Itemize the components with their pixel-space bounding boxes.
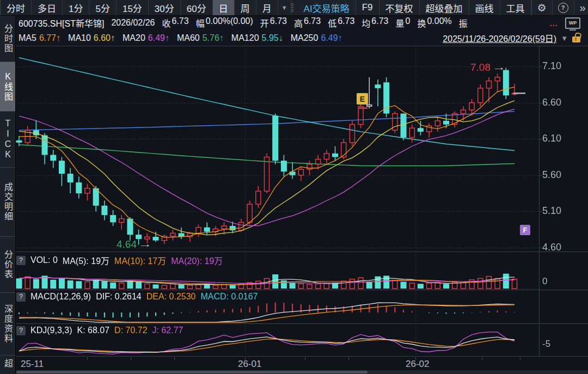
quote-field-label: 换 — [417, 16, 426, 29]
tab-period-2[interactable]: 1分 — [63, 0, 89, 15]
date-range-control[interactable]: 2025/11/26-2026/02/26(59日) ▼ — [443, 32, 583, 45]
help-icon[interactable]: ? — [16, 256, 26, 265]
macd-name: MACD(12,26,9) — [30, 292, 91, 302]
time-tick — [245, 357, 246, 360]
ma-value: 6.60↑ — [94, 33, 115, 43]
quote-field-value: 6.73 — [371, 16, 388, 29]
candlestick-chart-canvas[interactable] — [15, 46, 588, 357]
overflow-ellipsis[interactable]: ... — [549, 19, 558, 28]
tab-period-4[interactable]: 15分 — [117, 0, 149, 15]
tab-period-8[interactable]: 周 — [235, 0, 256, 15]
toolbar-right-buttons: AI交易策略F9不复权超级叠加画线工具 — [298, 0, 531, 15]
scrollbar-thumb[interactable] — [16, 371, 367, 373]
trade-date: 2026/02/26 — [111, 18, 155, 28]
tab-period-5[interactable]: 30分 — [149, 0, 181, 15]
time-tick — [305, 357, 305, 360]
price-label-5.10: 5.10 — [542, 205, 561, 217]
time-label-25-11: 25-11 — [21, 359, 44, 370]
sidebar-item-6[interactable]: 超 — [0, 355, 15, 374]
ma-value: 6.49↑ — [148, 33, 169, 43]
quote-field-value: 0.00% — [427, 16, 451, 29]
quote-field-value: 6.73 — [338, 16, 354, 29]
right-arrow-icon: → — [138, 239, 152, 250]
tab-period-3[interactable]: 5分 — [89, 0, 116, 15]
event-badge-f[interactable]: F — [520, 225, 530, 235]
time-tick — [415, 357, 416, 360]
quote-field-6: 量0 — [395, 16, 410, 29]
quote-field-label: 开 — [260, 16, 269, 29]
sidebar-item-5[interactable]: 深度资料 — [0, 293, 15, 355]
kdj-axis-label: -5 — [542, 339, 550, 350]
macd-dea: DEA: 0.2530 — [146, 292, 196, 302]
kdj-k: K: 68.07 — [77, 326, 109, 335]
time-label-26-02: 26-02 — [406, 359, 429, 370]
tab-period-7[interactable]: 日 — [213, 0, 235, 15]
volume-value: VOL: 0 — [30, 255, 58, 265]
wp-monitor-icon[interactable]: WP — [565, 17, 580, 29]
sidebar-item-2[interactable]: TICK — [0, 112, 15, 168]
help-icon[interactable]: ? — [16, 292, 26, 302]
stock-info-bar: 600735.SH[ST新华锦] 2026/02/26 收6.73幅0.00%(… — [15, 15, 588, 30]
help-button[interactable]: ? — [552, 0, 574, 15]
date-range-label[interactable]: 2025/11/26-2026/02/26(59日) — [443, 32, 556, 45]
ma-item-ma250: MA2506.49↑ — [291, 33, 342, 43]
toolbar-button-5[interactable]: 工具 — [500, 0, 531, 15]
quote-field-2: 开6.73 — [260, 16, 287, 29]
ma-value: 5.76↑ — [203, 33, 224, 43]
kdj-name: KDJ(9,3,3) — [30, 326, 72, 335]
sidebar-item-4[interactable]: 分价表 — [0, 237, 15, 293]
quote-field-label: 低 — [328, 16, 336, 29]
period-tabs: 分时多日1分5分15分30分60分日周月 — [1, 0, 278, 15]
time-tick — [174, 357, 175, 360]
ma-item-ma20: MA206.49↑ — [122, 33, 169, 43]
quote-field-label: 量 — [395, 16, 404, 29]
ma-label: MA60 — [177, 33, 200, 43]
ma-indicator-bar: MA56.77↑MA106.60↑MA206.49↑MA605.76↑MA120… — [15, 30, 588, 46]
ma-label: MA5 — [19, 33, 36, 43]
ma-item-ma10: MA106.60↑ — [68, 33, 115, 43]
quote-field-value: 6.73 — [172, 16, 189, 29]
horizontal-scrollbar[interactable] — [15, 370, 588, 374]
event-badge-e[interactable]: E — [357, 93, 368, 105]
price-label-7.10: 7.10 — [542, 60, 561, 72]
high-price-annotation: 7.08 → — [470, 62, 501, 73]
help-icon[interactable]: ? — [16, 326, 26, 335]
ma-label: MA10 — [68, 33, 91, 43]
toolbar-button-3[interactable]: 超级叠加 — [420, 0, 469, 15]
period-dropdown-caret-icon[interactable]: ▼ — [278, 0, 291, 15]
more-button[interactable]: » — [574, 0, 588, 15]
sidebar-item-1[interactable]: K线图 — [0, 62, 15, 112]
macd-pane-header: ? MACD(12,26,9) DIF: 0.2614 DEA: 0.2530 … — [16, 292, 258, 302]
unlock-icon[interactable] — [572, 36, 580, 42]
quote-field-label: 幅 — [196, 16, 205, 29]
volume-ma10: MA(10): 17万 — [114, 254, 166, 267]
tab-period-6[interactable]: 60分 — [181, 0, 213, 15]
quote-field-value: 6.73 — [304, 16, 321, 29]
toolbar-button-4[interactable]: 画线 — [469, 0, 500, 15]
sidebar-item-0[interactable]: 分时图 — [0, 15, 15, 62]
toolbar-button-2[interactable]: 不复权 — [379, 0, 420, 15]
quote-field-value: 0 — [405, 16, 410, 29]
settings-button[interactable]: ⚙ — [531, 0, 552, 15]
left-sidebar: 分时图K线图TICK成交明细分价表深度资料超 — [0, 15, 16, 374]
toolbar-button-0[interactable]: AI交易策略 — [298, 0, 356, 15]
volume-ma5: MA(5): 19万 — [63, 254, 109, 267]
gear-icon: ⚙ — [537, 3, 547, 13]
tab-period-0[interactable]: 分时 — [1, 0, 32, 15]
quote-fields: 收6.73幅0.00%(0.00)开6.73高6.73低6.73均6.73量0换… — [162, 16, 468, 29]
toolbar: 分时多日1分5分15分30分60分日周月 ▼ AI交易策略F9不复权超级叠加画线… — [0, 0, 588, 16]
ma-value: 6.77↑ — [39, 33, 60, 43]
ma-value: 6.49↑ — [321, 33, 342, 43]
low-price-value: 4.64 — [117, 238, 137, 250]
price-label-5.60: 5.60 — [542, 169, 561, 181]
volume-pane-header: ? VOL: 0 MA(5): 19万 MA(10): 17万 MA(20): … — [16, 254, 223, 267]
quote-field-0: 收6.73 — [162, 16, 188, 29]
toolbar-button-1[interactable]: F9 — [356, 0, 379, 15]
tab-period-1[interactable]: 多日 — [32, 0, 63, 15]
tab-period-9[interactable]: 月 — [256, 0, 278, 15]
sidebar-item-3[interactable]: 成交明细 — [0, 168, 15, 237]
quote-field-8: 振 — [459, 16, 469, 29]
volume-zero-label: 0 — [542, 276, 547, 287]
quote-field-label: 振 — [459, 16, 468, 29]
quote-field-label: 收 — [162, 16, 170, 29]
